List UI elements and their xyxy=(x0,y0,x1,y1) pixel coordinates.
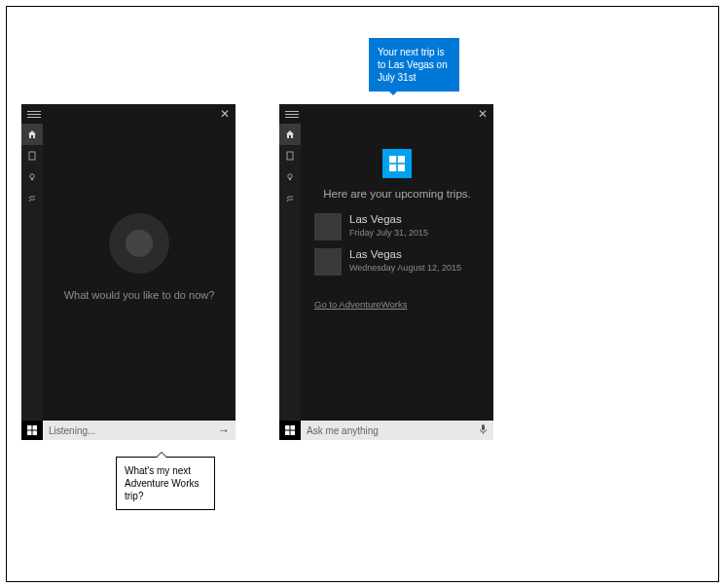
svg-rect-9 xyxy=(289,179,291,181)
microphone-icon[interactable] xyxy=(479,423,488,437)
sidebar-item-notebook[interactable] xyxy=(21,145,43,166)
windows-icon xyxy=(285,425,295,435)
hamburger-icon[interactable] xyxy=(285,111,299,118)
search-placeholder: Ask me anything xyxy=(307,425,379,436)
start-button[interactable] xyxy=(279,421,301,440)
sidebar-item-home[interactable] xyxy=(21,124,43,145)
list-item[interactable]: Las Vegas Wednesday August 12, 2015 xyxy=(314,248,484,276)
sidebar-item-places[interactable] xyxy=(21,166,43,188)
goto-app-link[interactable]: Go to AdventureWorks xyxy=(314,299,407,310)
svg-rect-6 xyxy=(33,431,38,436)
content-area: What would you like to do now? xyxy=(43,124,236,421)
svg-rect-10 xyxy=(389,156,396,163)
svg-point-1 xyxy=(30,174,34,178)
windows-icon xyxy=(27,425,37,435)
taskbar: Ask me anything xyxy=(279,421,493,440)
svg-rect-13 xyxy=(398,165,405,171)
sidebar-item-settings[interactable] xyxy=(279,188,301,209)
user-query-bubble: What's my next Adventure Works trip? xyxy=(116,457,215,510)
cortana-reply-bubble: Your next trip is to Las Vegas on July 3… xyxy=(369,38,459,92)
trip-date: Wednesday August 12, 2015 xyxy=(349,262,461,275)
trip-date: Friday July 31, 2015 xyxy=(349,227,428,239)
trip-title: Las Vegas xyxy=(349,248,461,262)
svg-rect-4 xyxy=(33,425,38,430)
close-icon[interactable]: ✕ xyxy=(220,107,230,121)
svg-rect-16 xyxy=(285,431,290,436)
sidebar-item-notebook[interactable] xyxy=(279,145,301,166)
svg-rect-2 xyxy=(31,179,33,181)
trip-text: Las Vegas Friday July 31, 2015 xyxy=(349,213,428,240)
list-item[interactable]: Las Vegas Friday July 31, 2015 xyxy=(314,213,484,240)
svg-rect-18 xyxy=(482,424,485,430)
cortana-panel-results: ✕ Here are your upcoming trips. xyxy=(279,104,493,440)
sidebar-item-home[interactable] xyxy=(279,124,301,145)
sidebar-item-settings[interactable] xyxy=(21,188,43,209)
trip-text: Las Vegas Wednesday August 12, 2015 xyxy=(349,248,461,276)
svg-rect-5 xyxy=(27,431,32,436)
taskbar: Listening... → xyxy=(21,421,236,440)
sidebar xyxy=(21,124,43,421)
prompt-text: What would you like to do now? xyxy=(43,289,236,301)
home-icon xyxy=(285,129,295,139)
submit-arrow-icon[interactable]: → xyxy=(218,423,230,437)
titlebar: ✕ xyxy=(279,104,493,124)
svg-rect-7 xyxy=(287,152,293,160)
settings-icon xyxy=(27,194,37,203)
search-input[interactable]: Listening... → xyxy=(43,421,236,440)
trip-title: Las Vegas xyxy=(349,213,428,227)
app-tile[interactable] xyxy=(382,149,412,178)
cortana-reply-text: Your next trip is to Las Vegas on July 3… xyxy=(378,47,448,83)
search-placeholder: Listening... xyxy=(49,425,95,436)
cortana-avatar xyxy=(109,213,169,274)
close-icon[interactable]: ✕ xyxy=(478,107,488,121)
sidebar-item-places[interactable] xyxy=(279,166,301,188)
start-button[interactable] xyxy=(21,421,43,440)
svg-rect-0 xyxy=(29,152,35,160)
home-icon xyxy=(27,129,37,139)
svg-point-8 xyxy=(288,174,292,178)
trip-thumbnail xyxy=(314,213,342,240)
svg-rect-3 xyxy=(27,425,32,430)
sidebar xyxy=(279,124,301,421)
svg-rect-12 xyxy=(389,165,396,171)
trip-thumbnail xyxy=(314,248,342,276)
svg-rect-17 xyxy=(291,431,296,436)
svg-rect-11 xyxy=(398,156,405,163)
hamburger-icon[interactable] xyxy=(27,111,41,118)
user-icon xyxy=(285,151,295,161)
svg-rect-14 xyxy=(285,425,290,430)
content-area: Here are your upcoming trips. Las Vegas … xyxy=(301,124,493,421)
trip-list: Las Vegas Friday July 31, 2015 Las Vegas… xyxy=(314,213,484,283)
bulb-icon xyxy=(27,172,37,182)
result-heading: Here are your upcoming trips. xyxy=(301,188,493,200)
user-query-text: What's my next Adventure Works trip? xyxy=(125,465,199,501)
windows-store-icon xyxy=(389,156,405,171)
svg-rect-15 xyxy=(291,425,296,430)
cortana-avatar-inner xyxy=(126,230,153,257)
document-frame: Your next trip is to Las Vegas on July 3… xyxy=(6,6,719,582)
settings-icon xyxy=(285,194,295,203)
bulb-icon xyxy=(285,172,295,182)
cortana-panel-listening: ✕ What would you like to do now? xyxy=(21,104,236,440)
search-input[interactable]: Ask me anything xyxy=(301,421,493,440)
user-icon xyxy=(27,151,37,161)
titlebar: ✕ xyxy=(21,104,236,124)
